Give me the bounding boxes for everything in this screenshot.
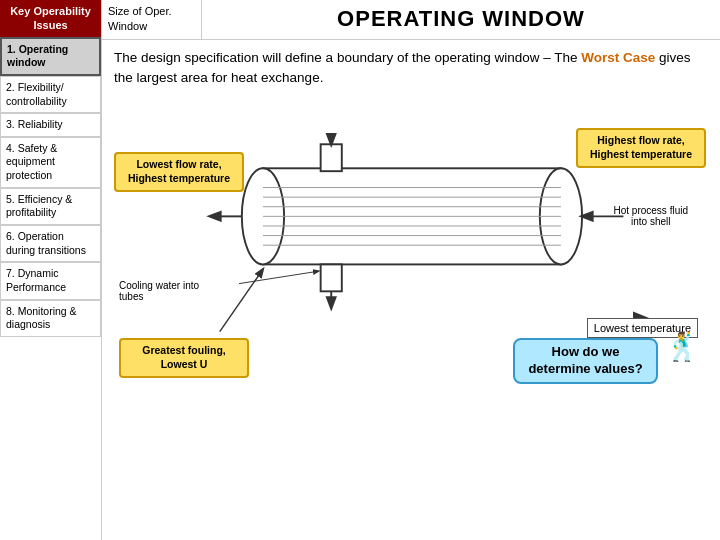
sidebar-item-dynamic-performance[interactable]: 7. Dynamic Performance <box>0 262 101 299</box>
diagram: Lowest flow rate,Highest temperature Hig… <box>114 100 708 400</box>
sidebar-header: Key Operability Issues <box>0 0 101 37</box>
label-how-do: How do wedetermine values? <box>513 338 658 384</box>
sidebar-item-operation-transitions[interactable]: 6. Operation during transitions <box>0 225 101 262</box>
intro-text: The design specification will define a b… <box>114 48 708 89</box>
sidebar-item-operating-window[interactable]: 1. Operating window <box>0 37 101 76</box>
intro-part1: The design specification will define a b… <box>114 50 581 65</box>
stickman-figure: 🕺 <box>665 330 700 363</box>
svg-rect-0 <box>263 169 561 265</box>
sidebar-item-safety[interactable]: 4. Safety & equipment protection <box>0 137 101 188</box>
svg-rect-10 <box>321 145 342 172</box>
main-content: Size of Oper. Window OPERATING WINDOW Th… <box>102 0 720 540</box>
sidebar-item-reliability[interactable]: 3. Reliability <box>0 113 101 137</box>
size-label: Size of Oper. Window <box>102 0 202 39</box>
page-title: OPERATING WINDOW <box>202 0 720 39</box>
content-area: The design specification will define a b… <box>102 40 720 540</box>
worst-case-text: Worst Case <box>581 50 655 65</box>
sidebar-item-efficiency[interactable]: 5. Efficiency & profitability <box>0 188 101 225</box>
svg-line-16 <box>220 270 263 332</box>
svg-point-1 <box>242 169 284 265</box>
svg-point-2 <box>540 169 582 265</box>
label-highest-flow: Highest flow rate,Highest temperature <box>576 128 706 167</box>
sidebar-item-flexibility[interactable]: 2. Flexibility/ controllability <box>0 76 101 113</box>
svg-line-18 <box>239 271 319 283</box>
top-bar: Size of Oper. Window OPERATING WINDOW <box>102 0 720 40</box>
sidebar: Key Operability Issues 1. Operating wind… <box>0 0 102 540</box>
sidebar-item-monitoring[interactable]: 8. Monitoring & diagnosis <box>0 300 101 337</box>
label-greatest-fouling: Greatest fouling,Lowest U <box>119 338 249 377</box>
label-lowest-flow: Lowest flow rate,Highest temperature <box>114 152 244 191</box>
label-cooling-water: Cooling water intotubes <box>119 280 199 302</box>
svg-rect-11 <box>321 265 342 292</box>
label-hot-process: Hot process fluidinto shell <box>614 205 688 227</box>
